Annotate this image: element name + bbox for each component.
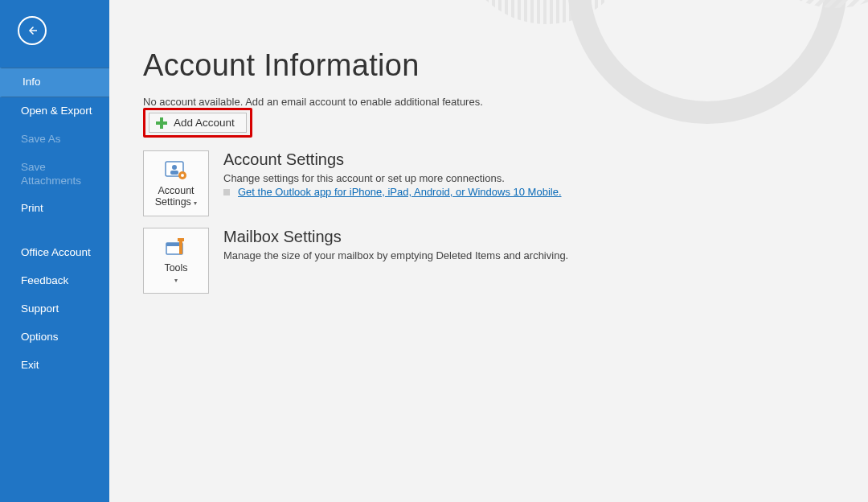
nav-options[interactable]: Options (0, 323, 109, 352)
account-settings-btn-line2: Settings (155, 196, 191, 208)
svg-point-9 (747, 0, 868, 8)
add-account-highlight: Add Account (143, 108, 252, 138)
dropdown-caret-icon: ▾ (174, 277, 178, 284)
get-outlook-app-link[interactable]: Get the Outlook app for iPhone, iPad, An… (238, 186, 562, 198)
tools-button[interactable]: Tools ▾ (143, 228, 209, 294)
page-title: Account Information (143, 48, 868, 83)
backstage-sidebar: Info Open & Export Save As Save Attachme… (0, 0, 109, 502)
main-content: Account Information No account available… (109, 0, 868, 502)
arrow-left-icon (25, 23, 39, 38)
svg-point-12 (172, 165, 177, 170)
add-account-button[interactable]: Add Account (149, 113, 247, 133)
mailbox-settings-desc: Manage the size of your mailbox by empty… (223, 249, 568, 261)
nav-open-export[interactable]: Open & Export (0, 97, 109, 126)
mailbox-settings-section: Tools ▾ Mailbox Settings Manage the size… (143, 228, 868, 294)
plus-icon (156, 117, 167, 129)
dropdown-caret-icon: ▾ (194, 200, 197, 207)
tools-icon (163, 237, 189, 259)
account-settings-button[interactable]: Account Settings ▾ (143, 150, 209, 216)
svg-rect-19 (178, 238, 184, 241)
add-account-label: Add Account (174, 117, 235, 129)
back-button[interactable] (18, 16, 47, 45)
nav-support[interactable]: Support (0, 295, 109, 323)
account-settings-content: Account Settings Change settings for thi… (223, 150, 562, 216)
nav-save-as: Save As (0, 126, 109, 154)
nav-feedback[interactable]: Feedback (0, 267, 109, 295)
nav-info[interactable]: Info (0, 68, 109, 97)
nav-office-account[interactable]: Office Account (0, 239, 109, 267)
svg-point-15 (181, 174, 184, 177)
mailbox-settings-content: Mailbox Settings Manage the size of your… (223, 228, 568, 294)
account-settings-btn-line1: Account (158, 185, 194, 196)
nav-print[interactable]: Print (0, 195, 109, 223)
account-settings-icon (163, 159, 189, 182)
tools-btn-label: Tools (164, 262, 187, 274)
no-account-message: No account available. Add an email accou… (143, 96, 868, 108)
svg-rect-18 (179, 240, 182, 254)
account-settings-section: Account Settings ▾ Account Settings Chan… (143, 150, 868, 216)
svg-rect-13 (170, 171, 178, 175)
nav-save-attachments: Save Attachments (0, 154, 109, 195)
account-settings-desc: Change settings for this account or set … (223, 172, 562, 184)
account-settings-title: Account Settings (223, 150, 562, 169)
svg-point-7 (466, 0, 635, 24)
mailbox-settings-title: Mailbox Settings (223, 228, 568, 246)
nav-exit[interactable]: Exit (0, 352, 109, 380)
bullet-icon (223, 189, 230, 195)
